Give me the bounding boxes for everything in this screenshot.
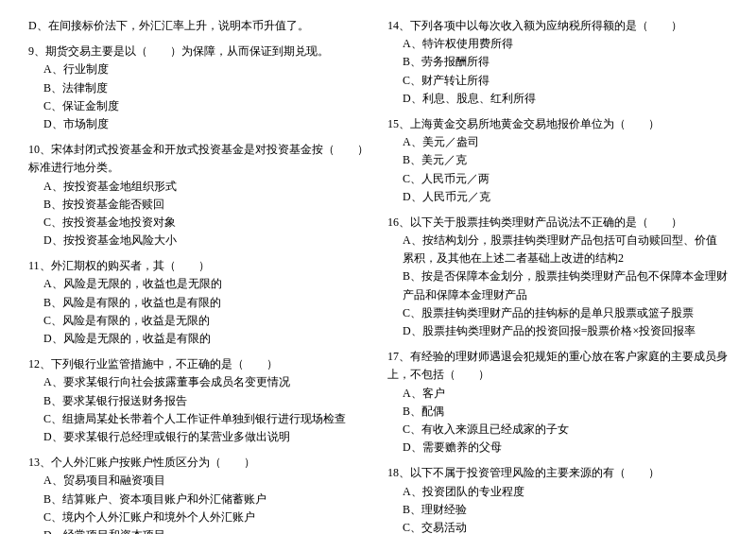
question-option: B、配偶 <box>403 403 728 421</box>
question-option: A、行业制度 <box>43 60 369 78</box>
question-option: B、结算账户、资本项目账户和外汇储蓄账户 <box>43 491 369 508</box>
right-column: 14、下列各项中以每次收入额为应纳税所得额的是（ ）A、特许权使用费所得B、劳务… <box>387 17 728 534</box>
question-block: 12、下列银行业监管措施中，不正确的是（ ）A、要求某银行向社会披露董事会成员名… <box>28 355 369 446</box>
question-option: D、市场制度 <box>43 115 369 133</box>
question-option: B、美元／克 <box>403 151 728 169</box>
question-title: 12、下列银行业监管措施中，不正确的是（ ） <box>28 355 369 373</box>
question-option: C、境内个人外汇账户和境外个人外汇账户 <box>43 508 369 526</box>
question-block: 11、外汇期权的购买者，其（ ）A、风险是无限的，收益也是无限的B、风险是有限的… <box>28 257 369 348</box>
question-block: 18、以下不属于投资管理风险的主要来源的有（ ）A、投资团队的专业程度B、理财经… <box>387 464 728 534</box>
question-option: C、保证金制度 <box>43 97 369 115</box>
question-option: B、法律制度 <box>43 79 369 97</box>
question-option: B、理财经验 <box>403 501 728 519</box>
question-option: C、财产转让所得 <box>403 72 728 90</box>
question-option: A、按结构划分，股票挂钩类理财产品包括可自动赎回型、价值累积，及其他在上述二者基… <box>403 232 728 267</box>
question-option: A、投资团队的专业程度 <box>403 483 728 501</box>
question-option: C、组搪局某处长带着个人工作证件单独到银行进行现场检查 <box>43 410 369 428</box>
page-content: D、在间接标价法下，外汇汇率上升，说明本币升值了。9、期货交易主要是以（ ）为保… <box>28 17 728 534</box>
question-option: C、人民币元／两 <box>403 170 728 188</box>
question-option: B、按投资基金能否赎回 <box>43 196 369 214</box>
question-option: C、有收入来源且已经成家的子女 <box>403 421 728 439</box>
question-block: 9、期货交易主要是以（ ）为保障，从而保证到期兑现。A、行业制度B、法律制度C、… <box>28 43 369 133</box>
question-title: 13、个人外汇账户按账户性质区分为（ ） <box>28 454 369 472</box>
question-block: 10、宋体封闭式投资基金和开放式投资基金是对投资基金按（ ）标准进行地分类。A、… <box>28 141 369 250</box>
question-option: A、风险是无限的，收益也是无限的 <box>43 275 369 293</box>
question-option: A、按投资基金地组织形式 <box>43 178 369 196</box>
question-option: C、交易活动 <box>403 519 728 534</box>
question-option: D、股票挂钩类理财产品的投资回报=股票价格×投资回报率 <box>403 322 728 340</box>
left-column: D、在间接标价法下，外汇汇率上升，说明本币升值了。9、期货交易主要是以（ ）为保… <box>28 17 369 534</box>
question-option: A、客户 <box>403 385 728 403</box>
question-block: 14、下列各项中以每次收入额为应纳税所得额的是（ ）A、特许权使用费所得B、劳务… <box>387 17 728 108</box>
question-option: D、要求某银行总经理或银行的某营业多做出说明 <box>43 428 369 446</box>
question-title: 17、有经验的理财师遇退会犯规矩的重心放在客户家庭的主要成员身上，不包括（ ） <box>387 348 728 384</box>
question-title: 10、宋体封闭式投资基金和开放式投资基金是对投资基金按（ ）标准进行地分类。 <box>28 141 369 177</box>
question-option: D、按投资基金地风险大小 <box>43 232 369 250</box>
question-title: 18、以下不属于投资管理风险的主要来源的有（ ） <box>387 464 728 482</box>
question-option: B、劳务报酬所得 <box>403 53 728 71</box>
question-block: D、在间接标价法下，外汇汇率上升，说明本币升值了。 <box>28 17 369 35</box>
question-title: 16、以下关于股票挂钩类理财产品说法不正确的是（ ） <box>387 214 728 232</box>
question-block: 13、个人外汇账户按账户性质区分为（ ）A、贸易项目和融资项目B、结算账户、资本… <box>28 454 369 534</box>
question-title: D、在间接标价法下，外汇汇率上升，说明本币升值了。 <box>28 17 369 35</box>
question-option: A、贸易项目和融资项目 <box>43 472 369 490</box>
question-title: 15、上海黄金交易所地黄金交易地报价单位为（ ） <box>387 115 728 133</box>
question-option: B、按是否保障本金划分，股票挂钩类理财产品包不保障本金理财产品和保障本金理财产品 <box>403 267 728 303</box>
question-block: 15、上海黄金交易所地黄金交易地报价单位为（ ）A、美元／盎司B、美元／克C、人… <box>387 115 728 206</box>
question-option: C、股票挂钩类理财产品的挂钩标的是单只股票或篮子股票 <box>403 304 728 322</box>
question-option: D、风险是无限的，收益是有限的 <box>43 330 369 348</box>
question-option: C、风险是有限的，收益是无限的 <box>43 312 369 330</box>
question-option: A、特许权使用费所得 <box>403 35 728 53</box>
question-option: C、按投资基金地投资对象 <box>43 214 369 232</box>
question-title: 11、外汇期权的购买者，其（ ） <box>28 257 369 275</box>
question-option: D、需要赡养的父母 <box>403 439 728 456</box>
question-option: D、利息、股息、红利所得 <box>403 90 728 108</box>
question-option: D、人民币元／克 <box>403 188 728 206</box>
question-block: 17、有经验的理财师遇退会犯规矩的重心放在客户家庭的主要成员身上，不包括（ ）A… <box>387 348 728 456</box>
question-option: D、经常项目和资本项目 <box>43 526 369 534</box>
question-title: 9、期货交易主要是以（ ）为保障，从而保证到期兑现。 <box>28 43 369 60</box>
question-option: A、美元／盎司 <box>403 133 728 151</box>
question-block: 16、以下关于股票挂钩类理财产品说法不正确的是（ ）A、按结构划分，股票挂钩类理… <box>387 214 728 340</box>
question-option: A、要求某银行向社会披露董事会成员名变更情况 <box>43 373 369 391</box>
question-option: B、风险是有限的，收益也是有限的 <box>43 294 369 312</box>
question-title: 14、下列各项中以每次收入额为应纳税所得额的是（ ） <box>387 17 728 35</box>
question-option: B、要求某银行报送财务报告 <box>43 392 369 410</box>
